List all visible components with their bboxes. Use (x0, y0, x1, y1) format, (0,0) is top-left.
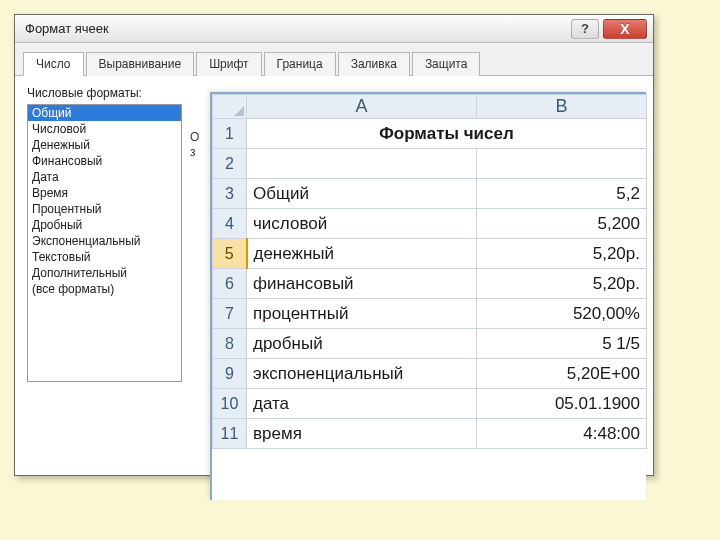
formats-column: Числовые форматы: ОбщийЧисловойДенежныйФ… (27, 86, 182, 463)
tab-2[interactable]: Шрифт (196, 52, 261, 76)
help-button[interactable]: ? (571, 19, 599, 39)
cell[interactable] (247, 149, 477, 179)
row-header[interactable]: 10 (213, 389, 247, 419)
tab-5[interactable]: Защита (412, 52, 481, 76)
titlebar: Формат ячеек ? X (15, 15, 653, 43)
row-header[interactable]: 7 (213, 299, 247, 329)
row-header[interactable]: 4 (213, 209, 247, 239)
cell[interactable]: время (247, 419, 477, 449)
format-option[interactable]: Денежный (28, 137, 181, 153)
formats-label: Числовые форматы: (27, 86, 182, 100)
cell[interactable]: 520,00% (477, 299, 647, 329)
cell[interactable]: 5,200 (477, 209, 647, 239)
cell[interactable]: 5,20E+00 (477, 359, 647, 389)
row-header[interactable]: 9 (213, 359, 247, 389)
format-option[interactable]: Экспоненциальный (28, 233, 181, 249)
tab-1[interactable]: Выравнивание (86, 52, 195, 76)
cell[interactable]: 4:48:00 (477, 419, 647, 449)
row-header[interactable]: 6 (213, 269, 247, 299)
select-all-corner[interactable] (213, 95, 247, 119)
tab-4[interactable]: Заливка (338, 52, 410, 76)
format-option[interactable]: Время (28, 185, 181, 201)
close-button[interactable]: X (603, 19, 647, 39)
row-header[interactable]: 1 (213, 119, 247, 149)
cell[interactable]: дата (247, 389, 477, 419)
format-option[interactable]: Дата (28, 169, 181, 185)
cell[interactable]: 05.01.1900 (477, 389, 647, 419)
cell[interactable]: 5,20р. (477, 269, 647, 299)
format-option[interactable]: Дробный (28, 217, 181, 233)
cell[interactable]: числовой (247, 209, 477, 239)
cell[interactable]: 5,2 (477, 179, 647, 209)
spreadsheet[interactable]: A B 1Форматы чисел23Общий5,24числовой5,2… (210, 92, 646, 500)
close-icon: X (620, 21, 629, 37)
format-option[interactable]: Числовой (28, 121, 181, 137)
format-option[interactable]: Общий (28, 105, 181, 121)
cell[interactable] (477, 149, 647, 179)
tabs: ЧислоВыравниваниеШрифтГраницаЗаливкаЗащи… (15, 43, 653, 75)
cell[interactable]: процентный (247, 299, 477, 329)
dialog-title: Формат ячеек (25, 21, 567, 36)
format-option[interactable]: Текстовый (28, 249, 181, 265)
row-header[interactable]: 2 (213, 149, 247, 179)
grid: A B 1Форматы чисел23Общий5,24числовой5,2… (212, 94, 647, 449)
col-header-B[interactable]: B (477, 95, 647, 119)
clipped-text: О з (190, 130, 199, 160)
cell[interactable]: Общий (247, 179, 477, 209)
cell[interactable]: 5,20р. (477, 239, 647, 269)
row-header[interactable]: 5 (213, 239, 247, 269)
tab-0[interactable]: Число (23, 52, 84, 76)
cell[interactable]: Форматы чисел (247, 119, 647, 149)
tab-3[interactable]: Граница (264, 52, 336, 76)
row-header[interactable]: 11 (213, 419, 247, 449)
cell[interactable]: денежный (247, 239, 477, 269)
row-header[interactable]: 3 (213, 179, 247, 209)
col-header-A[interactable]: A (247, 95, 477, 119)
cell[interactable]: экспоненциальный (247, 359, 477, 389)
format-option[interactable]: Финансовый (28, 153, 181, 169)
row-header[interactable]: 8 (213, 329, 247, 359)
format-option[interactable]: Процентный (28, 201, 181, 217)
formats-listbox[interactable]: ОбщийЧисловойДенежныйФинансовыйДатаВремя… (27, 104, 182, 382)
cell[interactable]: финансовый (247, 269, 477, 299)
format-option[interactable]: Дополнительный (28, 265, 181, 281)
cell[interactable]: дробный (247, 329, 477, 359)
help-icon: ? (581, 21, 589, 36)
format-option[interactable]: (все форматы) (28, 281, 181, 297)
cell[interactable]: 5 1/5 (477, 329, 647, 359)
